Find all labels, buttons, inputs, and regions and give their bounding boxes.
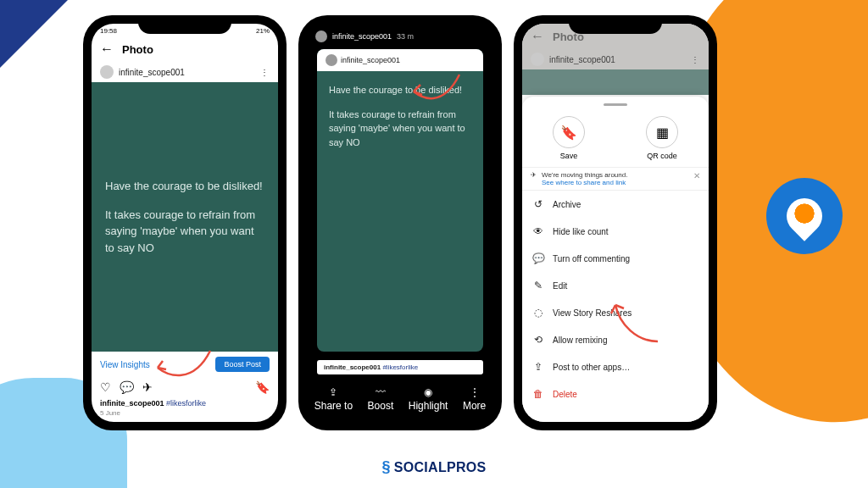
story-label-username: infinite_scope001 — [341, 56, 400, 64]
qr-code-button[interactable]: ▦QR code — [646, 116, 678, 160]
dimmed-background: ← Photo infinite_scope001 ⋮ — [522, 24, 709, 95]
menu-edit[interactable]: ✎Edit — [522, 272, 709, 299]
post-author-row: infinite_scope001 ⋮ — [522, 49, 709, 69]
pencil-icon: ✎ — [532, 280, 544, 291]
bookmark-icon: 🔖 — [560, 125, 577, 141]
remix-icon: ⟲ — [532, 334, 544, 346]
back-arrow-icon[interactable]: ← — [531, 29, 544, 44]
phones-row: 19:58 21% ← Photo infinite_scope001 ⋮ Ha… — [83, 15, 717, 430]
logo-text: SOCIALPROS — [394, 460, 487, 475]
post-username: infinite_scope001 — [119, 68, 185, 77]
share-icon[interactable]: ✈ — [142, 380, 153, 394]
phone-story-view: infinite_scope001 33 m infinite_scope001… — [298, 15, 502, 430]
boost-icon: 〰 — [368, 386, 394, 398]
more-button[interactable]: ⋮More — [463, 386, 486, 413]
story-bottom-actions: ⇪Share to 〰Boost ◉Highlight ⋮More — [307, 380, 493, 422]
avatar — [326, 54, 337, 66]
moving-notice: ✈ We're moving things around. See where … — [522, 167, 709, 191]
post-author-row[interactable]: infinite_scope001 ⋮ — [92, 62, 278, 82]
menu-hide-likes[interactable]: 👁Hide like count — [522, 218, 709, 245]
post-text-line2: It takes courage to refrain from saying … — [105, 207, 264, 257]
sheet-handle[interactable] — [604, 103, 627, 106]
phone-notch — [569, 15, 662, 34]
send-icon: ✈ — [531, 171, 537, 179]
highlight-button[interactable]: ◉Highlight — [409, 386, 448, 413]
share-icon: ⇪ — [314, 386, 353, 398]
back-arrow-icon[interactable]: ← — [100, 42, 114, 57]
highlight-icon: ◉ — [409, 386, 448, 398]
boost-post-button[interactable]: Boost Post — [215, 357, 270, 372]
status-battery: 21% — [256, 27, 270, 35]
post-text-line1: Have the courage to be disliked! — [105, 178, 264, 195]
share-to-button[interactable]: ⇪Share to — [314, 386, 353, 413]
phone-notch — [353, 15, 447, 34]
archive-icon: ↺ — [532, 198, 544, 210]
avatar — [100, 65, 114, 79]
more-options-icon[interactable]: ⋮ — [260, 68, 270, 77]
phone2-screen: infinite_scope001 33 m infinite_scope001… — [307, 24, 493, 422]
caption-hashtag[interactable]: #likesforlike — [166, 399, 206, 408]
menu-archive[interactable]: ↺Archive — [522, 191, 709, 218]
brand-circle-icon — [766, 178, 843, 254]
boost-button[interactable]: 〰Boost — [368, 386, 394, 413]
bottom-sheet: 🔖Save ▦QR code ✈ We're moving things aro… — [522, 97, 709, 422]
bookmark-icon[interactable]: 🔖 — [255, 380, 270, 394]
story-text-line1: Have the courage to be disliked! — [329, 83, 471, 97]
notice-link[interactable]: See where to share and link — [542, 179, 627, 186]
phone-notch — [138, 15, 231, 34]
story-reshared-post[interactable]: infinite_scope001 Have the courage to be… — [317, 49, 483, 352]
post-image[interactable]: Have the courage to be disliked! It take… — [92, 82, 278, 352]
reshare-icon: ◌ — [532, 307, 544, 319]
view-insights-link[interactable]: View Insights — [100, 360, 150, 369]
more-icon: ⋮ — [463, 386, 486, 398]
comment-icon[interactable]: 💬 — [120, 380, 134, 394]
menu-delete[interactable]: 🗑Delete — [522, 380, 709, 408]
insights-row: View Insights Boost Post — [92, 352, 278, 377]
eye-off-icon: 👁 — [532, 225, 544, 237]
phone-post-view: 19:58 21% ← Photo infinite_scope001 ⋮ Ha… — [83, 15, 287, 430]
share-out-icon: ⇪ — [532, 361, 544, 373]
page-title: Photo — [122, 43, 153, 56]
post-username: infinite_scope001 — [549, 55, 615, 64]
corner-triangle — [0, 0, 68, 68]
story-post-label[interactable]: infinite_scope001 — [317, 49, 483, 71]
notice-text: We're moving things around. — [542, 171, 627, 179]
page-header: ← Photo — [92, 36, 278, 62]
phone3-screen: ← Photo infinite_scope001 ⋮ 🔖Save ▦QR co… — [522, 24, 709, 422]
story-post-content: Have the courage to be disliked! It take… — [317, 71, 483, 352]
comment-off-icon: 💬 — [532, 252, 544, 264]
avatar[interactable] — [315, 30, 327, 42]
qr-icon: ▦ — [656, 125, 669, 141]
menu-view-story-reshares[interactable]: ◌View Story Reshares — [522, 299, 709, 326]
phone1-screen: 19:58 21% ← Photo infinite_scope001 ⋮ Ha… — [92, 24, 278, 422]
story-text-line2: It takes courage to refrain from saying … — [329, 108, 471, 150]
like-icon[interactable]: ♡ — [100, 380, 111, 394]
logo-icon: § — [381, 458, 390, 476]
post-date: 5 June — [92, 409, 278, 422]
story-caption: infinite_scope001 #likesforlike — [317, 360, 483, 374]
menu-post-other-apps[interactable]: ⇪Post to other apps… — [522, 353, 709, 380]
post-caption: infinite_scope001 #likesforlike — [92, 397, 278, 409]
story-caption-hashtag[interactable]: #likesforlike — [382, 363, 418, 371]
menu-turn-off-commenting[interactable]: 💬Turn off commenting — [522, 245, 709, 272]
save-button[interactable]: 🔖Save — [553, 116, 585, 160]
more-options-icon[interactable]: ⋮ — [691, 55, 700, 64]
post-actions-row: ♡ 💬 ✈ 🔖 — [92, 377, 278, 397]
story-caption-user: infinite_scope001 — [324, 363, 381, 371]
phone-options-sheet: ← Photo infinite_scope001 ⋮ 🔖Save ▦QR co… — [514, 15, 717, 430]
caption-username: infinite_scope001 — [100, 399, 164, 408]
status-time: 19:58 — [100, 27, 117, 35]
avatar — [531, 53, 544, 66]
trash-icon: 🗑 — [532, 388, 544, 400]
close-icon[interactable]: ✕ — [693, 171, 700, 180]
menu-allow-remixing[interactable]: ⟲Allow remixing — [522, 326, 709, 353]
footer-logo: § SOCIALPROS — [381, 458, 486, 476]
sheet-top-actions: 🔖Save ▦QR code — [522, 113, 709, 167]
